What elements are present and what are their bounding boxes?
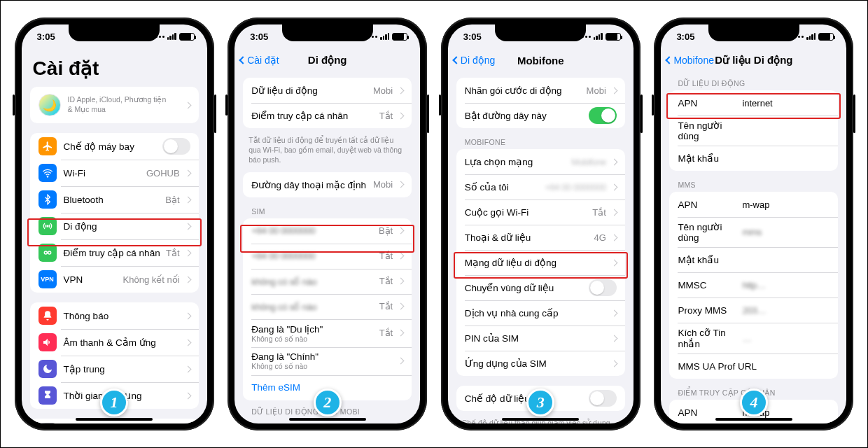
row-sounds[interactable]: Âm thanh & Cảm ứng: [30, 329, 199, 356]
row-label: Bật đường dây này: [465, 110, 589, 121]
low-data-toggle[interactable]: [589, 390, 617, 407]
row-label: Tập trung: [64, 363, 180, 374]
chevron-right-icon: [398, 303, 405, 310]
home-indicator[interactable]: [502, 418, 579, 421]
row-password[interactable]: Mật khẩu: [669, 146, 838, 171]
apple-id-card[interactable]: 🌙 ID Apple, iCloud, Phương tiện & Mục mu…: [30, 87, 199, 123]
section-header: DỮ LIỆU DI ĐỘNG: [661, 72, 846, 90]
row-sim-3[interactable]: không có số nàoTắt: [243, 269, 412, 294]
row-mmsc[interactable]: MMSChttp…: [669, 272, 838, 298]
row-sim-4[interactable]: không có số nàoTắt: [243, 294, 412, 319]
svg-point-0: [47, 176, 48, 177]
chevron-right-icon: [184, 365, 191, 372]
chevron-right-icon: [610, 158, 617, 165]
chevron-right-icon: [610, 360, 617, 367]
signal-icon: [167, 33, 176, 40]
section-header: SIM: [234, 207, 420, 218]
bluetooth-icon: [38, 190, 57, 209]
field-value[interactable]: mms: [742, 227, 762, 237]
chevron-right-icon: [184, 169, 191, 176]
step-badge-4: 4: [740, 388, 768, 416]
row-label: Dịch vụ nhà cung cấp: [465, 307, 606, 318]
row-value: GOHUB: [146, 168, 180, 178]
field-value[interactable]: 203…: [742, 305, 766, 316]
row-label: Điểm truy cập cá nhân: [251, 110, 379, 121]
row-hotspot[interactable]: Điểm truy cập cá nhânTắt: [243, 103, 412, 128]
chevron-right-icon: [610, 309, 617, 316]
row-wifi[interactable]: Wi-Fi GOHUB: [30, 160, 199, 186]
row-sim-travel[interactable]: Đang là "Du lịch"Không có số nàoTắt: [243, 319, 412, 348]
row-bluetooth[interactable]: Bluetooth Bật: [30, 186, 199, 213]
row-sim-main[interactable]: Đang là "Chính"Không có số nào: [243, 347, 412, 375]
roaming-toggle[interactable]: [589, 279, 617, 296]
chevron-right-icon: [184, 102, 191, 108]
row-label: Thoại & dữ liệu: [465, 232, 594, 243]
row-mms-proxy[interactable]: Proxy MMS203…: [669, 298, 838, 323]
gear-icon: [38, 423, 57, 424]
home-indicator[interactable]: [715, 418, 792, 421]
settings-content[interactable]: Cài đặt 🌙 ID Apple, iCloud, Phương tiện …: [22, 48, 207, 424]
back-label: Cài đặt: [247, 55, 279, 66]
back-button[interactable]: Cài đặt: [240, 55, 279, 66]
status-time: 3:05: [676, 31, 694, 42]
moon-icon: [38, 360, 57, 378]
row-hotspot[interactable]: Điểm truy cập cá nhân Tắt: [30, 239, 199, 266]
field-value[interactable]: internet: [742, 98, 772, 108]
screen-1: 3:05 Cài đặt 🌙 ID Apple, iCloud, Phương …: [22, 24, 207, 424]
row-wifi-calling[interactable]: Cuộc gọi Wi-FiTắt: [456, 200, 625, 225]
step-badge-1: 1: [100, 388, 128, 416]
home-indicator[interactable]: [289, 418, 366, 421]
row-vpn[interactable]: VPN VPN Không kết nối: [30, 266, 199, 293]
row-focus[interactable]: Tập trung: [30, 356, 199, 382]
wifi-icon: [38, 164, 57, 182]
row-label: Chế độ máy bay: [64, 141, 162, 152]
chevron-right-icon: [398, 253, 405, 260]
chevron-right-icon: [398, 358, 405, 365]
field-value[interactable]: m-wap: [742, 200, 769, 210]
row-enable-line[interactable]: Bật đường dây này: [456, 103, 625, 128]
row-cellular[interactable]: Di động: [30, 213, 199, 239]
back-button[interactable]: Di động: [454, 55, 495, 66]
row-mms-password[interactable]: Mật khẩu: [669, 247, 838, 272]
row-sim-apps[interactable]: Ứng dụng của SIM: [456, 351, 625, 376]
row-mms-uaprof[interactable]: MMS UA Prof URL: [669, 354, 838, 379]
status-time: 3:05: [250, 31, 268, 42]
row-label: Đang là "Du lịch": [251, 323, 379, 335]
row-notifications[interactable]: Thông báo: [30, 302, 199, 329]
nav-title: Dữ liệu Di động: [715, 54, 792, 66]
row-sim-pin[interactable]: PIN của SIM: [456, 326, 625, 351]
field-label: APN: [678, 200, 742, 210]
back-button[interactable]: Mobifone: [666, 55, 714, 66]
step-badge-2: 2: [314, 388, 342, 416]
field-value[interactable]: …: [742, 333, 751, 344]
airplane-toggle[interactable]: [162, 138, 190, 155]
row-my-number[interactable]: Số của tôi+84 00 0000000: [456, 174, 625, 200]
row-airplane-mode[interactable]: Chế độ máy bay: [30, 133, 199, 160]
row-carrier-services[interactable]: Dịch vụ nhà cung cấp: [456, 300, 625, 326]
enable-line-toggle[interactable]: [589, 107, 617, 124]
row-sim-1[interactable]: +84 00 0000000Bật: [243, 218, 412, 244]
back-label: Mobifone: [673, 55, 714, 66]
row-apn[interactable]: APNinternet: [669, 90, 838, 115]
section-header: MMS: [661, 181, 846, 192]
row-data-network[interactable]: Mạng dữ liệu di động: [456, 250, 625, 275]
field-label: Kích cỡ Tin nhắn: [678, 327, 742, 349]
row-value: Tắt: [379, 111, 393, 121]
row-data-roaming[interactable]: Chuyển vùng dữ liệu: [456, 275, 625, 300]
svg-point-3: [48, 251, 50, 254]
row-label: VPN: [64, 274, 123, 285]
row-mms-apn[interactable]: APNm-wap: [669, 192, 838, 217]
row-voice-and-data[interactable]: Thoại & dữ liệu4G: [456, 225, 625, 250]
row-cellular-data[interactable]: Dữ liệu di độngMobi: [243, 78, 412, 103]
row-default-voice-line[interactable]: Đường dây thoại mặc địnhMobi: [243, 172, 412, 197]
row-username[interactable]: Tên người dùng: [669, 115, 838, 146]
row-plan-label[interactable]: Nhãn gói cước di độngMobi: [456, 78, 625, 103]
row-label: Ứng dụng của SIM: [465, 358, 606, 369]
chevron-right-icon: [184, 312, 191, 319]
row-sim-2[interactable]: +84 00 0000000Tắt: [243, 244, 412, 269]
field-value[interactable]: http…: [742, 280, 766, 290]
row-network-selection[interactable]: Lựa chọn mạngMobifone: [456, 149, 625, 174]
home-indicator[interactable]: [76, 418, 153, 421]
row-mms-username[interactable]: Tên người dùngmms: [669, 217, 838, 247]
row-mms-max-size[interactable]: Kích cỡ Tin nhắn…: [669, 323, 838, 354]
